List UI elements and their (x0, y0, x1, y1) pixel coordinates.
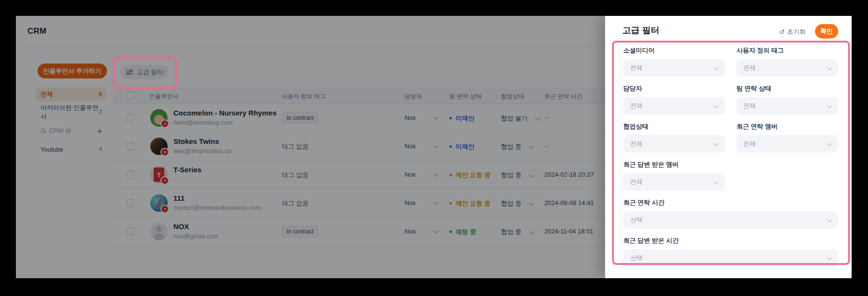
reset-label: 초기화 (787, 27, 806, 36)
confirm-button[interactable]: 확인 (815, 24, 838, 39)
reset-button[interactable]: ↺ 초기화 (779, 27, 806, 36)
annotation-box-filter-fields (612, 41, 850, 265)
annotation-box-advanced-filter-button (113, 57, 177, 89)
drawer-title: 고급 필터 (622, 25, 659, 36)
screenshot-stage: CRM 인플루언서 추가하기 전체 5 아카이브된 인플루언서 2 CRM 뷰 … (0, 0, 868, 296)
reset-icon: ↺ (779, 28, 785, 35)
